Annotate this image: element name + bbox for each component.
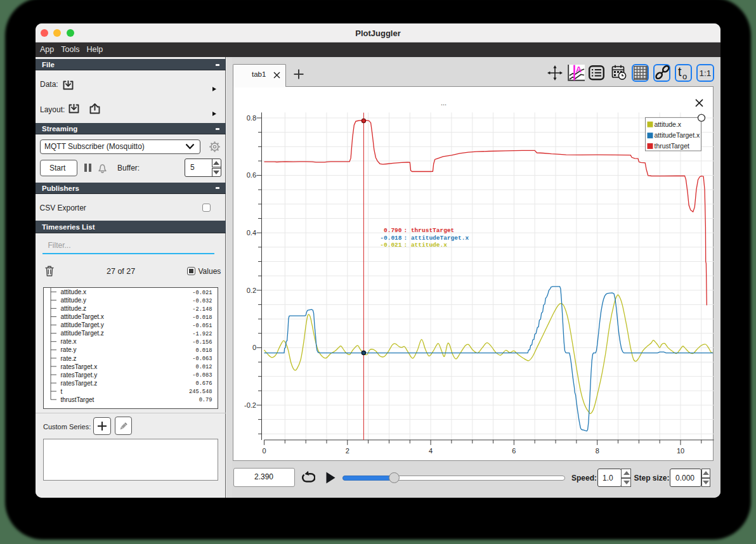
svg-text:0.6: 0.6 — [246, 171, 256, 179]
svg-text:-0.063: -0.063 — [192, 356, 212, 362]
svg-text:-0.018: -0.018 — [192, 314, 212, 320]
svg-text:4: 4 — [429, 446, 433, 454]
svg-text:: attitudeTarget.x: : attitudeTarget.x — [403, 234, 469, 241]
svg-text:t: t — [678, 65, 682, 79]
svg-text:ratesTarget.y: ratesTarget.y — [60, 371, 97, 378]
svg-text:-0.021: -0.021 — [380, 241, 402, 248]
svg-text:...: ... — [440, 99, 446, 107]
svg-text:attitudeTarget.y: attitudeTarget.y — [60, 321, 103, 328]
svg-text:ratesTarget.x: ratesTarget.x — [60, 363, 97, 370]
svg-text:: thrustTarget: : thrustTarget — [403, 226, 454, 233]
svg-text:0.79: 0.79 — [199, 397, 212, 403]
svg-text:rate.x: rate.x — [60, 338, 76, 345]
svg-text:-0.018: -0.018 — [380, 234, 402, 241]
svg-text:ratesTarget.z: ratesTarget.z — [60, 379, 97, 386]
svg-text:rate.y: rate.y — [60, 346, 76, 353]
svg-text:-0.032: -0.032 — [192, 297, 212, 304]
svg-text:rate.z: rate.z — [60, 354, 76, 361]
svg-text:attitude.y: attitude.y — [60, 297, 86, 304]
svg-text:attitude.x: attitude.x — [60, 288, 86, 295]
svg-text:thrustTarget: thrustTarget — [60, 396, 94, 403]
svg-text:0.018: 0.018 — [195, 347, 212, 354]
svg-text:8: 8 — [595, 446, 599, 454]
svg-text:A: A — [575, 65, 582, 74]
svg-text:t: t — [60, 387, 62, 394]
svg-text:245.548: 245.548 — [189, 389, 212, 395]
svg-text:0: 0 — [262, 446, 266, 454]
svg-text:0.8: 0.8 — [246, 113, 256, 121]
svg-text:attitudeTarget.x: attitudeTarget.x — [654, 131, 700, 139]
svg-text:0.676: 0.676 — [195, 380, 212, 387]
svg-text:attitudeTarget.z: attitudeTarget.z — [60, 330, 103, 337]
svg-text:-0.021: -0.021 — [192, 289, 212, 295]
svg-text:-0.083: -0.083 — [192, 372, 212, 379]
svg-text:-2.148: -2.148 — [192, 306, 212, 312]
svg-text:1:1: 1:1 — [700, 68, 712, 78]
svg-text:-1.922: -1.922 — [192, 330, 212, 337]
svg-text:6: 6 — [512, 446, 516, 454]
svg-text:0.790: 0.790 — [383, 226, 401, 233]
svg-text:-0.2: -0.2 — [244, 401, 256, 408]
svg-text:-0.051: -0.051 — [192, 322, 212, 328]
svg-text:-0.156: -0.156 — [192, 339, 212, 345]
svg-text:attitudeTarget.x: attitudeTarget.x — [60, 313, 103, 320]
svg-text:2: 2 — [345, 446, 349, 454]
svg-text:0.012: 0.012 — [195, 364, 212, 370]
svg-text:attitude.z: attitude.z — [60, 305, 86, 312]
svg-text:thrustTarget: thrustTarget — [654, 142, 689, 150]
svg-text:attitude.x: attitude.x — [654, 120, 681, 127]
svg-text:0.4: 0.4 — [246, 229, 256, 236]
svg-text:0: 0 — [252, 344, 256, 351]
svg-text:o: o — [682, 72, 687, 81]
svg-text:0.2: 0.2 — [246, 286, 256, 294]
svg-text:10: 10 — [676, 446, 684, 454]
svg-text:: attitude.x: : attitude.x — [403, 241, 447, 248]
